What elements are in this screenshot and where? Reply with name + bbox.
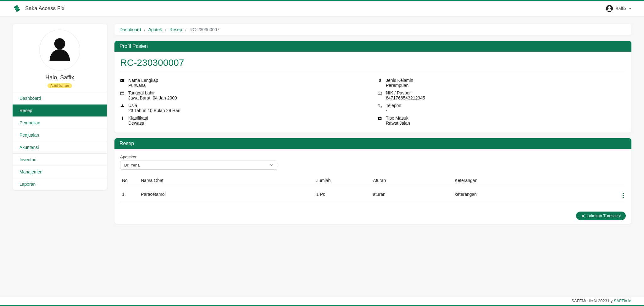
klas-label: Klasifikasi [128, 116, 148, 121]
sidebar-item-pembelian[interactable]: Pembelian [13, 116, 107, 129]
breadcrumb-dashboard[interactable]: Dashboard [119, 27, 141, 32]
nama-label: Nama Lengkap [128, 78, 158, 83]
nama-value: Purwana [128, 83, 158, 88]
cell-jumlah: 1 Pc [314, 186, 371, 202]
main-content: Dashboard / Apotek / Resep / RC-23030000… [114, 24, 631, 224]
rc-number: RC-230300007 [120, 57, 626, 68]
svg-rect-11 [122, 118, 123, 120]
svg-rect-6 [121, 92, 124, 95]
svg-rect-8 [121, 106, 124, 107]
avatar [39, 30, 80, 71]
tipe-label: Tipe Masuk [386, 116, 410, 121]
cell-nama: Paracetamol [139, 186, 314, 202]
nik-value: 6471766543212345 [386, 95, 425, 100]
col-jumlah: Jumlah [314, 175, 371, 186]
action-label: Lakukan Transaksi [587, 213, 621, 218]
resep-table: No Nama Obat Jumlah Aturan Keterangan 1.… [120, 175, 626, 202]
cell-no: 1. [120, 186, 139, 202]
sidebar-item-penjualan[interactable]: Penjualan [13, 129, 107, 141]
gender-icon [378, 78, 383, 84]
nik-label: NIK / Paspor [386, 90, 425, 95]
breadcrumb-apotek[interactable]: Apotek [148, 27, 162, 32]
resep-card: Resep Apoteker Dr. Yena No Nama Obat Jum… [114, 138, 631, 224]
id-card-icon [120, 78, 125, 84]
tel-value: - [386, 108, 401, 113]
breadcrumb-sep: / [185, 27, 186, 32]
usia-label: Usia [128, 103, 180, 108]
user-icon [606, 5, 613, 12]
brand-logo-icon [13, 4, 21, 13]
cell-ket: keterangan [453, 186, 616, 202]
calendar-icon [120, 90, 125, 96]
jk-label: Jenis Kelamin [386, 78, 413, 83]
svg-point-12 [379, 79, 380, 81]
apoteker-label: Apoteker [120, 155, 626, 159]
user-name: Saffix [615, 6, 626, 11]
profil-pasien-card: Profil Pasien RC-230300007 Nama Lengkap … [114, 41, 631, 133]
breadcrumb-sep: / [144, 27, 145, 32]
sidebar: Halo, Saffix Administrator Dashboard Res… [13, 24, 107, 190]
sidebar-item-dashboard[interactable]: Dashboard [13, 92, 107, 104]
svg-rect-5 [121, 80, 122, 81]
sidebar-item-resep[interactable]: Resep [13, 104, 107, 116]
divider [120, 72, 626, 72]
app-header: Saka Access Fix Saffix [0, 1, 644, 16]
col-aturan: Aturan [371, 175, 453, 186]
plus-square-icon [378, 116, 383, 122]
sidebar-nav: Dashboard Resep Pembelian Penjualan Akun… [13, 92, 107, 190]
person-icon [120, 116, 125, 122]
greeting: Halo, Saffix [16, 74, 104, 81]
table-row: 1. Paracetamol 1 Pc aturan keterangan [120, 186, 626, 202]
svg-point-3 [54, 38, 65, 49]
col-nama: Nama Obat [139, 175, 314, 186]
breadcrumb: Dashboard / Apotek / Resep / RC-23030000… [114, 24, 631, 35]
tipe-value: Rawat Jalan [386, 121, 410, 126]
role-badge: Administrator [47, 83, 72, 88]
breadcrumb-resep[interactable]: Resep [169, 27, 182, 32]
col-ket: Keterangan [453, 175, 616, 186]
cake-icon [120, 103, 125, 109]
more-vert-icon [623, 193, 624, 198]
row-actions[interactable] [616, 186, 626, 202]
jk-value: Perempuan [386, 83, 413, 88]
chevron-down-icon [629, 8, 631, 9]
breadcrumb-current: RC-230300007 [190, 27, 219, 32]
nik-icon [378, 90, 383, 96]
breadcrumb-sep: / [165, 27, 166, 32]
brand[interactable]: Saka Access Fix [13, 4, 64, 13]
tel-label: Telepon [386, 103, 401, 108]
apoteker-select[interactable]: Dr. Yena [120, 161, 277, 170]
lakukan-transaksi-button[interactable]: Lakukan Transaksi [576, 212, 626, 220]
phone-icon [378, 103, 383, 109]
resep-card-title: Resep [114, 138, 631, 149]
sidebar-item-laporan[interactable]: Laporan [13, 178, 107, 190]
profil-card-title: Profil Pasien [114, 41, 631, 52]
svg-rect-9 [122, 105, 123, 106]
send-icon [581, 214, 585, 218]
klas-value: Dewasa [128, 121, 148, 126]
sidebar-item-akuntansi[interactable]: Akuntansi [13, 141, 107, 153]
tgl-label: Tanggal Lahir [128, 90, 177, 95]
tgl-value: Jawa Barat, 04 Jan 2000 [128, 95, 177, 100]
svg-point-16 [379, 93, 380, 94]
sidebar-item-inventori[interactable]: Inventori [13, 153, 107, 166]
svg-point-10 [122, 116, 123, 118]
user-menu[interactable]: Saffix [606, 5, 631, 12]
sidebar-profile: Halo, Saffix Administrator [13, 24, 107, 92]
cell-aturan: aturan [371, 186, 453, 202]
col-no: No [120, 175, 139, 186]
brand-name: Saka Access Fix [25, 5, 64, 12]
svg-rect-15 [378, 92, 382, 94]
usia-value: 23 Tahun 10 Bulan 29 Hari [128, 108, 180, 113]
sidebar-item-manajemen[interactable]: Manajemen [13, 166, 107, 178]
